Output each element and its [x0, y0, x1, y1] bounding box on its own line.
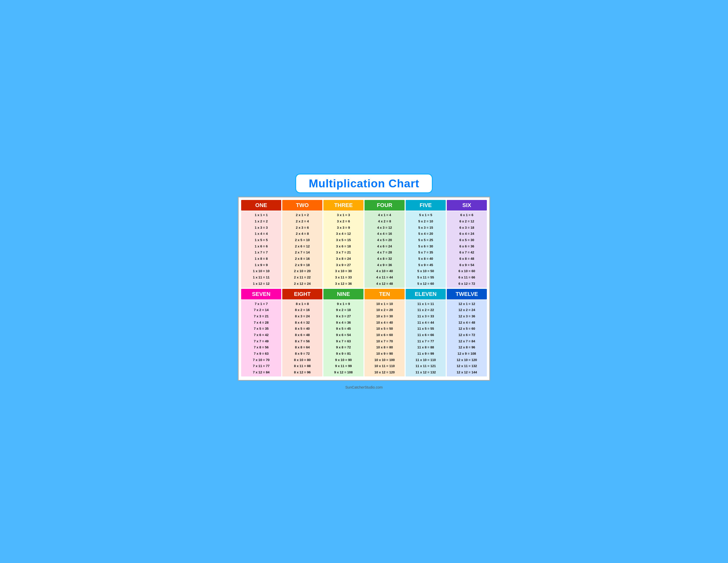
table-row: 3 x 3 = 9 [325, 225, 362, 231]
table-row: 1 x 4 = 4 [243, 231, 280, 237]
table-row: 9 x 9 = 81 [325, 351, 362, 357]
table-row: 5 x 6 = 30 [407, 243, 444, 249]
table-row: 4 x 6 = 24 [366, 243, 403, 249]
table-row: 6 x 6 = 36 [448, 243, 485, 249]
table-row: 10 x 6 = 60 [366, 332, 403, 338]
table-row: 5 x 3 = 15 [407, 225, 444, 231]
header-two: TWO [282, 200, 322, 210]
body-three: 3 x 1 = 33 x 2 = 63 x 3 = 93 x 4 = 123 x… [323, 211, 363, 288]
table-row: 3 x 12 = 36 [325, 281, 362, 287]
table-row: 11 x 5 = 55 [407, 326, 444, 332]
table-row: 4 x 2 = 8 [366, 218, 403, 224]
table-row: 12 x 8 = 96 [448, 344, 485, 351]
table-row: 2 x 5 = 10 [284, 237, 321, 243]
table-row: 2 x 7 = 14 [284, 249, 321, 255]
table-row: 4 x 11 = 44 [366, 274, 403, 280]
table-row: 8 x 7 = 56 [284, 338, 321, 344]
table-row: 4 x 8 = 32 [366, 256, 403, 262]
table-row: 9 x 12 = 108 [325, 369, 362, 376]
table-row: 9 x 1 = 9 [325, 301, 362, 307]
table-row: 7 x 9 = 63 [243, 351, 280, 357]
table-row: 6 x 11 = 66 [448, 274, 485, 280]
table-row: 3 x 6 = 18 [325, 243, 362, 249]
table-row: 2 x 1 = 2 [284, 212, 321, 218]
body-twelve: 12 x 1 = 1212 x 2 = 2412 x 3 = 3612 x 4 … [447, 300, 487, 377]
page-wrapper: Multiplication Chart ONE1 x 1 = 11 x 2 =… [238, 174, 490, 389]
table-row: 3 x 4 = 12 [325, 231, 362, 237]
table-row: 1 x 6 = 6 [243, 243, 280, 249]
table-row: 6 x 1 = 6 [448, 212, 485, 218]
table-row: 10 x 8 = 80 [366, 344, 403, 351]
table-row: 3 x 8 = 24 [325, 256, 362, 262]
table-row: 4 x 12 = 48 [366, 281, 403, 287]
table-row: 1 x 8 = 8 [243, 256, 280, 262]
table-row: 11 x 2 = 22 [407, 307, 444, 313]
table-row: 4 x 5 = 20 [366, 237, 403, 243]
table-row: 1 x 5 = 5 [243, 237, 280, 243]
table-row: 7 x 8 = 56 [243, 344, 280, 351]
table-row: 5 x 1 = 5 [407, 212, 444, 218]
table-row: 8 x 10 = 80 [284, 357, 321, 363]
body-eleven: 11 x 1 = 1111 x 2 = 2211 x 3 = 3311 x 4 … [406, 300, 446, 377]
table-row: 9 x 11 = 99 [325, 363, 362, 369]
page-title: Multiplication Chart [309, 177, 419, 190]
body-one: 1 x 1 = 11 x 2 = 21 x 3 = 31 x 4 = 41 x … [241, 211, 281, 288]
header-one: ONE [241, 200, 281, 210]
table-row: 11 x 11 = 121 [407, 363, 444, 369]
table-row: 9 x 2 = 18 [325, 307, 362, 313]
header-eleven: ELEVEN [406, 289, 446, 300]
footer-text: SunCatcherStudio.com [345, 385, 383, 389]
table-row: 9 x 4 = 36 [325, 320, 362, 326]
table-row: 2 x 8 = 16 [284, 256, 321, 262]
table-row: 5 x 4 = 20 [407, 231, 444, 237]
column-four: FOUR4 x 1 = 44 x 2 = 84 x 3 = 124 x 4 = … [365, 200, 405, 288]
header-twelve: TWELVE [447, 289, 487, 300]
table-row: 10 x 5 = 50 [366, 326, 403, 332]
body-nine: 9 x 1 = 99 x 2 = 189 x 3 = 279 x 4 = 369… [323, 300, 363, 377]
table-row: 12 x 10 = 120 [448, 357, 485, 363]
table-row: 10 x 3 = 30 [366, 313, 403, 320]
table-row: 9 x 10 = 90 [325, 357, 362, 363]
table-row: 9 x 5 = 45 [325, 326, 362, 332]
table-row: 3 x 7 = 21 [325, 249, 362, 255]
table-row: 1 x 11 = 11 [243, 274, 280, 280]
table-row: 9 x 7 = 63 [325, 338, 362, 344]
table-row: 8 x 12 = 96 [284, 369, 321, 376]
table-row: 6 x 8 = 48 [448, 256, 485, 262]
table-row: 11 x 1 = 11 [407, 301, 444, 307]
column-two: TWO2 x 1 = 22 x 2 = 42 x 3 = 62 x 4 = 82… [282, 200, 322, 288]
table-row: 4 x 10 = 40 [366, 268, 403, 274]
table-row: 9 x 3 = 27 [325, 313, 362, 320]
header-eight: EIGHT [282, 289, 322, 300]
table-row: 4 x 3 = 12 [366, 225, 403, 231]
table-row: 1 x 10 = 10 [243, 268, 280, 274]
table-row: 12 x 4 = 48 [448, 320, 485, 326]
table-row: 5 x 7 = 35 [407, 249, 444, 255]
table-row: 8 x 8 = 64 [284, 344, 321, 351]
table-row: 3 x 11 = 33 [325, 274, 362, 280]
table-row: 12 x 7 = 84 [448, 338, 485, 344]
table-row: 12 x 2 = 24 [448, 307, 485, 313]
table-row: 11 x 8 = 88 [407, 344, 444, 351]
column-one: ONE1 x 1 = 11 x 2 = 21 x 3 = 31 x 4 = 41… [241, 200, 281, 288]
table-row: 12 x 11 = 132 [448, 363, 485, 369]
table-row: 11 x 12 = 132 [407, 369, 444, 376]
table-row: 7 x 7 = 49 [243, 338, 280, 344]
table-row: 10 x 10 = 100 [366, 357, 403, 363]
table-row: 3 x 9 = 27 [325, 262, 362, 268]
column-five: FIVE5 x 1 = 55 x 2 = 105 x 3 = 155 x 4 =… [406, 200, 446, 288]
table-row: 1 x 1 = 1 [243, 212, 280, 218]
table-row: 1 x 9 = 9 [243, 262, 280, 268]
table-row: 10 x 11 = 110 [366, 363, 403, 369]
table-row: 2 x 6 = 12 [284, 243, 321, 249]
table-row: 2 x 9 = 18 [284, 262, 321, 268]
table-row: 7 x 12 = 84 [243, 369, 280, 376]
table-row: 7 x 10 = 70 [243, 357, 280, 363]
table-row: 10 x 9 = 90 [366, 351, 403, 357]
table-row: 10 x 4 = 40 [366, 320, 403, 326]
table-row: 6 x 9 = 54 [448, 262, 485, 268]
table-row: 10 x 2 = 20 [366, 307, 403, 313]
column-eight: EIGHT8 x 1 = 88 x 2 = 168 x 3 = 248 x 4 … [282, 289, 322, 377]
table-row: 7 x 11 = 77 [243, 363, 280, 369]
table-row: 3 x 10 = 30 [325, 268, 362, 274]
